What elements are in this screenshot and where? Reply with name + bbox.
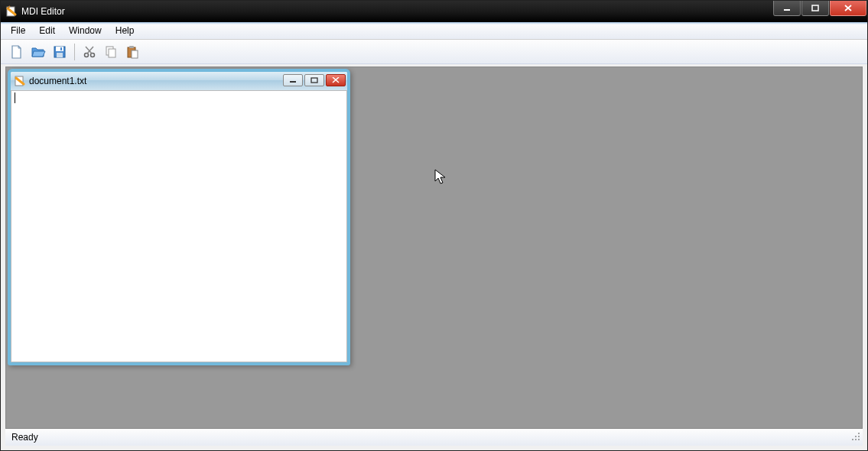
text-editor[interactable] xyxy=(11,90,347,362)
svg-rect-5 xyxy=(57,53,63,57)
titlebar[interactable]: MDI Editor xyxy=(1,1,867,22)
minimize-icon xyxy=(289,77,297,83)
svg-rect-15 xyxy=(290,81,296,83)
menubar: File Edit Window Help xyxy=(1,22,867,40)
close-icon xyxy=(844,5,853,12)
svg-point-19 xyxy=(858,436,860,437)
child-window-controls xyxy=(283,74,346,86)
copy-button[interactable] xyxy=(101,42,121,62)
status-text: Ready xyxy=(11,432,38,443)
paste-button[interactable] xyxy=(122,42,142,62)
save-icon xyxy=(52,44,67,60)
scissors-icon xyxy=(82,44,97,60)
menu-file[interactable]: File xyxy=(4,24,32,37)
svg-rect-16 xyxy=(311,78,317,83)
copy-icon xyxy=(103,44,119,60)
app-icon xyxy=(5,5,18,18)
svg-point-20 xyxy=(852,439,853,440)
svg-rect-6 xyxy=(60,47,62,50)
statusbar: Ready xyxy=(5,429,863,446)
child-title: document1.txt xyxy=(29,76,86,86)
open-button[interactable] xyxy=(28,42,48,62)
child-window[interactable]: document1.txt xyxy=(8,69,350,365)
maximize-icon xyxy=(811,5,819,12)
maximize-button[interactable] xyxy=(801,1,829,16)
svg-rect-1 xyxy=(784,9,790,11)
close-button[interactable] xyxy=(830,1,866,16)
svg-point-21 xyxy=(855,439,857,440)
save-button[interactable] xyxy=(50,42,70,62)
child-titlebar[interactable]: document1.txt xyxy=(11,72,347,90)
text-cursor xyxy=(15,92,15,103)
menu-edit[interactable]: Edit xyxy=(32,24,62,37)
svg-point-18 xyxy=(855,436,857,437)
svg-rect-2 xyxy=(812,5,818,11)
child-minimize-button[interactable] xyxy=(283,74,303,86)
child-maximize-button[interactable] xyxy=(304,74,324,86)
open-folder-icon xyxy=(31,44,46,60)
svg-rect-12 xyxy=(129,46,134,48)
toolbar-separator xyxy=(74,44,75,60)
svg-point-22 xyxy=(858,439,860,440)
menu-help[interactable]: Help xyxy=(109,24,141,37)
window-controls xyxy=(773,1,867,16)
resize-grip-icon[interactable] xyxy=(850,431,861,444)
minimize-icon xyxy=(783,5,791,12)
paste-icon xyxy=(125,44,140,60)
document-icon xyxy=(14,75,26,87)
app-title: MDI Editor xyxy=(21,6,65,17)
child-close-button[interactable] xyxy=(326,74,346,86)
svg-rect-4 xyxy=(56,47,63,51)
cut-button[interactable] xyxy=(80,42,99,62)
svg-point-17 xyxy=(858,433,860,434)
new-file-icon xyxy=(9,44,24,60)
maximize-icon xyxy=(310,77,318,83)
svg-rect-10 xyxy=(109,49,115,57)
toolbar xyxy=(1,40,867,64)
new-button[interactable] xyxy=(7,42,27,62)
main-window: MDI Editor File Edit Window Help xyxy=(0,0,868,451)
close-icon xyxy=(332,77,340,83)
minimize-button[interactable] xyxy=(773,1,801,16)
menu-window[interactable]: Window xyxy=(62,24,109,37)
svg-rect-13 xyxy=(132,50,138,58)
mdi-area[interactable]: document1.txt xyxy=(5,67,863,429)
